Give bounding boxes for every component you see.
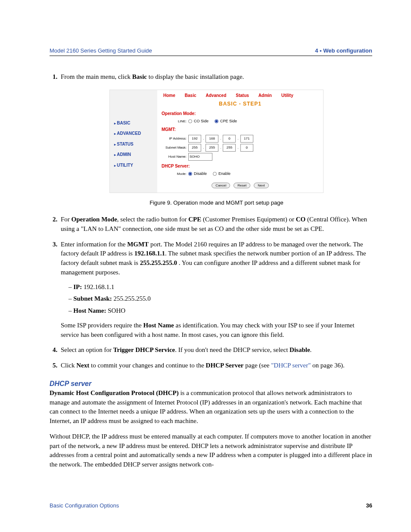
steps-list: From the main menu, click Basic to displ… <box>50 72 372 370</box>
radio-co-side[interactable] <box>188 119 192 123</box>
ip-octet-3[interactable] <box>223 135 236 143</box>
mgmt-heading: MGMT: <box>162 127 319 133</box>
s4-t3: . <box>310 346 312 353</box>
s5-t2: to commit your changes and continue to t… <box>89 362 206 369</box>
step-3-bullets: IP: 192.168.1.1 Subnet Mask: 255.255.255… <box>61 283 372 316</box>
bullet-ip-v: 192.168.1.1 <box>82 283 114 290</box>
hostname-input[interactable] <box>188 153 212 161</box>
bullet-sm-v: 255.255.255.0 <box>112 295 151 302</box>
figure-caption: Figure 9. Operation mode and MGMT port s… <box>61 199 372 207</box>
step-3: Enter information for the MGMT port. The… <box>59 240 372 340</box>
radio-enable[interactable] <box>213 172 217 176</box>
dhcp-p2: Without DHCP, the IP address must be ent… <box>50 432 372 470</box>
mode-label: Mode: <box>162 171 187 177</box>
step-5: Click Next to commit your changes and co… <box>59 361 372 370</box>
screenshot-title: BASIC - STEP1 <box>162 100 319 108</box>
s3-b1: MGMT <box>127 241 149 248</box>
s4-t1: Select an option for <box>61 346 113 353</box>
s2-t3: (Customer Premises Equipment) or <box>201 216 296 223</box>
ip-octet-1[interactable] <box>188 135 201 143</box>
footer-page: 36 <box>366 502 372 509</box>
s4-b1: Trigger DHCP Service <box>113 346 175 353</box>
step-2: For Operation Mode, select the radio but… <box>59 215 372 234</box>
s4-t2: . If you don't need the DHCP service, se… <box>175 346 290 353</box>
step-4: Select an option for Trigger DHCP Servic… <box>59 345 372 355</box>
sidebar-item-utility[interactable]: UTILITY <box>114 162 157 169</box>
s3-tail-b: Host Name <box>143 322 174 329</box>
dhcp-p1-b: Dynamic Host Configuration Protocol (DHC… <box>50 389 179 396</box>
header-left: Model 2160 Series Getting Started Guide <box>50 47 152 54</box>
step-1-bold: Basic <box>132 73 147 80</box>
s2-b1: Operation Mode <box>72 216 117 223</box>
footer-section: Basic Configuration Options <box>50 502 119 509</box>
sm-octet-4[interactable] <box>240 144 253 152</box>
radio-cpe-label: CPE Side <box>220 118 237 124</box>
sidebar-item-advanced[interactable]: ADVANCED <box>114 131 157 137</box>
radio-co-label: CO Side <box>194 118 209 124</box>
radio-enable-label: Enable <box>218 171 230 177</box>
s2-b2: CPE <box>188 216 201 223</box>
tab-home[interactable]: Home <box>163 93 175 99</box>
s2-b3: CO <box>296 216 306 223</box>
header-rule <box>50 56 372 56</box>
next-button[interactable]: Next <box>254 183 268 188</box>
sm-octet-2[interactable] <box>206 144 218 152</box>
s5-t3: page (see <box>244 362 271 369</box>
tab-basic[interactable]: Basic <box>185 93 196 99</box>
dhcp-server-link[interactable]: "DHCP server" <box>271 362 311 369</box>
s3-tail-pre: Some ISP providers require the <box>61 322 143 329</box>
bullet-hn-v: SOHO <box>106 307 125 314</box>
top-tabs: Home Basic Advanced Status Admin Utility <box>162 93 319 99</box>
operation-mode-heading: Operation Mode: <box>162 111 319 117</box>
bullet-hn-k: Host Name: <box>73 307 106 314</box>
step-1-post: to display the basic installation page. <box>147 73 244 80</box>
bullet-ip: IP: 192.168.1.1 <box>68 283 372 292</box>
dhcp-heading: DHCP server <box>50 380 372 388</box>
s2-t1: For <box>61 216 72 223</box>
dhcp-server-heading: DHCP Server: <box>162 163 319 170</box>
line-label: LINE: <box>162 119 187 124</box>
sidebar-item-basic[interactable]: BASIC <box>114 120 157 127</box>
subnet-label: Subnet Mask: <box>162 145 187 150</box>
sidebar-item-admin[interactable]: ADMIN <box>114 152 157 158</box>
radio-disable[interactable] <box>188 172 192 176</box>
reset-button[interactable]: Reset <box>234 183 250 188</box>
s5-t1: Click <box>61 362 76 369</box>
s3-b2: 192.168.1.1 <box>134 250 165 257</box>
header-right: 4 • Web configuration <box>315 47 372 54</box>
s5-b2: DHCP Server <box>206 362 244 369</box>
bullet-sm: Subnet Mask: 255.255.255.0 <box>68 294 372 304</box>
ip-octet-4[interactable] <box>240 135 253 143</box>
sm-octet-1[interactable] <box>188 144 201 152</box>
ip-label: IP Address: <box>162 136 187 141</box>
tab-utility[interactable]: Utility <box>281 93 293 99</box>
s3-t1: Enter information for the <box>61 241 127 248</box>
tab-admin[interactable]: Admin <box>258 93 272 99</box>
step-1: From the main menu, click Basic to displ… <box>59 72 372 207</box>
bullet-sm-k: Subnet Mask: <box>73 295 112 302</box>
bullet-hn: Host Name: SOHO <box>68 306 372 316</box>
s4-b2: Disable <box>290 346 310 353</box>
step-1-pre: From the main menu, click <box>61 73 132 80</box>
sidebar-item-status[interactable]: STATUS <box>114 141 157 148</box>
ip-octet-2[interactable] <box>206 135 218 143</box>
config-screenshot: BASIC ADVANCED STATUS ADMIN UTILITY Home… <box>109 90 324 193</box>
radio-cpe-side[interactable] <box>215 119 218 123</box>
screenshot-sidebar: BASIC ADVANCED STATUS ADMIN UTILITY <box>110 90 157 193</box>
sm-octet-3[interactable] <box>223 144 236 152</box>
s5-t4: on page 36). <box>311 362 344 369</box>
s2-t2: , select the radio button for <box>117 216 188 223</box>
s3-b3: 255.255.255.0 <box>140 259 177 266</box>
bullet-ip-k: IP: <box>73 283 82 290</box>
cancel-button[interactable]: Cancel <box>212 183 230 188</box>
s5-b1: Next <box>76 362 89 369</box>
radio-disable-label: Disable <box>194 171 207 177</box>
tab-status[interactable]: Status <box>236 93 249 99</box>
hostname-label: Host Name: <box>162 154 187 159</box>
tab-advanced[interactable]: Advanced <box>206 93 226 99</box>
dhcp-p1: Dynamic Host Configuration Protocol (DHC… <box>50 389 372 426</box>
